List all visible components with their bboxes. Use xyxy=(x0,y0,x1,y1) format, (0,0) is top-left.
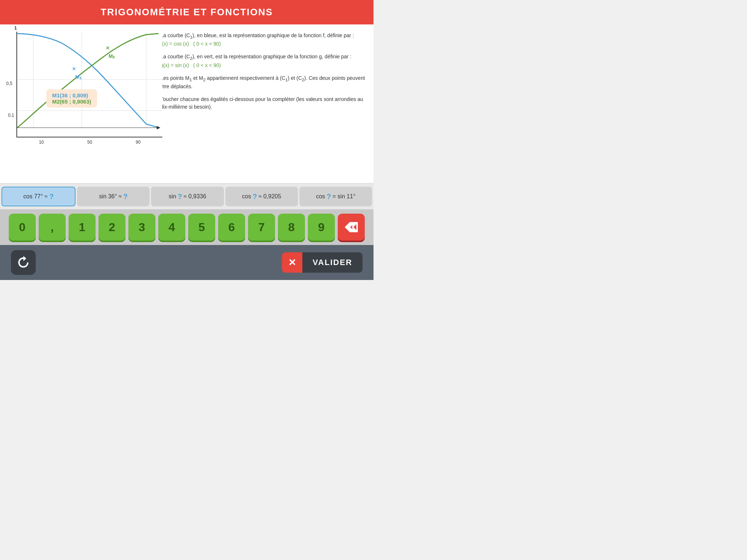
numpad: 0 , 1 2 3 4 5 6 7 8 9 xyxy=(0,209,374,245)
graph-area: 1 0,5 0,1 xyxy=(0,24,157,183)
main-content: 1 0,5 0,1 xyxy=(0,24,374,184)
touch-description: Toucher chacune des égalités ci-dessous … xyxy=(160,96,366,111)
info-panel: La courbe (C1), en bleue, est la représe… xyxy=(157,24,374,183)
c2-description: La courbe (C2), en vert, est la représen… xyxy=(160,53,366,69)
eq3-question: ? xyxy=(252,192,257,201)
key-3[interactable]: 3 xyxy=(128,214,155,241)
y-axis-label-half: 0,5 xyxy=(6,81,12,86)
svg-text:×: × xyxy=(72,66,76,72)
c2-formula: g(x) = sin (x) ( 0 < x < 90) xyxy=(160,62,221,68)
y-axis-label-01: 0,1 xyxy=(8,113,14,118)
key-6[interactable]: 6 xyxy=(218,214,245,241)
eq0-prefix: cos 77° ≈ xyxy=(23,193,48,200)
eq2-question: ? xyxy=(178,192,182,201)
key-4[interactable]: 4 xyxy=(158,214,185,241)
eq4-suffix: = sin 11° xyxy=(333,193,356,200)
key-8[interactable]: 8 xyxy=(278,214,305,241)
equation-bar: cos 77° ≈ ? sin 36° ≈ ? sin ? ≈ 0,9336 c… xyxy=(0,184,374,209)
coord-m1: M1(36 ; 0,809) xyxy=(52,92,91,98)
backspace-icon xyxy=(345,222,358,232)
validate-button[interactable]: ✕ VALIDER xyxy=(282,252,363,273)
svg-text:×: × xyxy=(106,45,109,51)
validate-x-icon: ✕ xyxy=(282,252,302,273)
coord-box: M1(36 ; 0,809) M2(65 ; 0,9063) xyxy=(46,89,97,108)
c1-formula: f(x) = cos (x) ( 0 < x < 90) xyxy=(160,41,221,47)
x-label-50: 50 xyxy=(87,140,92,145)
x-label-90: 90 xyxy=(136,140,140,145)
eq2-suffix: ≈ 0,9336 xyxy=(183,193,206,200)
equation-item-4[interactable]: cos ? = sin 11° xyxy=(299,187,372,206)
eq1-question: ? xyxy=(123,192,128,201)
eq0-question: ? xyxy=(49,192,54,201)
key-1[interactable]: 1 xyxy=(69,214,96,241)
eq4-question: ? xyxy=(326,192,331,201)
svg-text:M₁: M₁ xyxy=(75,74,82,80)
graph-container: 1 0,5 0,1 xyxy=(16,32,162,137)
key-2[interactable]: 2 xyxy=(98,214,125,241)
back-button[interactable] xyxy=(11,250,36,275)
key-5[interactable]: 5 xyxy=(188,214,215,241)
eq3-suffix: ≈ 0,9205 xyxy=(259,193,281,200)
equation-item-2[interactable]: sin ? ≈ 0,9336 xyxy=(151,187,224,206)
y-axis-label-top: 1 xyxy=(14,25,17,31)
equation-item-0[interactable]: cos 77° ≈ ? xyxy=(1,187,76,206)
key-comma[interactable]: , xyxy=(39,214,66,241)
points-description: Les points M1 et M2 appartiennent respec… xyxy=(160,74,366,90)
page-title: TRIGONOMÉTRIE ET FONCTIONS xyxy=(0,0,374,24)
equation-item-1[interactable]: sin 36° ≈ ? xyxy=(77,187,150,206)
delete-button[interactable] xyxy=(338,214,365,241)
coord-m2: M2(65 ; 0,9063) xyxy=(52,98,91,105)
validate-label: VALIDER xyxy=(302,252,363,273)
eq3-prefix: cos xyxy=(242,193,251,200)
eq1-prefix: sin 36° ≈ xyxy=(99,193,122,200)
back-icon xyxy=(16,256,31,269)
x-label-10: 10 xyxy=(39,140,44,145)
key-7[interactable]: 7 xyxy=(248,214,275,241)
svg-text:M₂: M₂ xyxy=(109,53,115,59)
equation-item-3[interactable]: cos ? ≈ 0,9205 xyxy=(225,187,298,206)
graph-svg: × M₁ × M₂ xyxy=(17,32,162,137)
c1-description: La courbe (C1), en bleue, est la représe… xyxy=(160,32,366,48)
footer: ✕ VALIDER xyxy=(0,245,374,280)
key-0[interactable]: 0 xyxy=(9,214,36,241)
x-axis-labels: 10 50 90 xyxy=(17,140,162,145)
key-9[interactable]: 9 xyxy=(308,214,335,241)
eq4-prefix: cos xyxy=(316,193,325,200)
eq2-prefix: sin xyxy=(169,193,176,200)
